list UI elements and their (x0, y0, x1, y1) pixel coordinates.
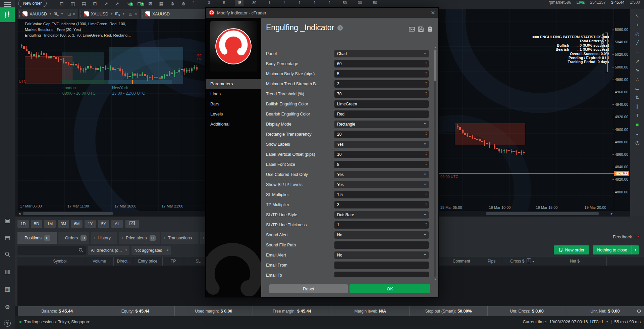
dialog-section-parameters[interactable]: Parameters (206, 79, 261, 89)
timeframe-button-10[interactable]: 50 (340, 0, 349, 6)
param-sl-tp-line-style-dropdown[interactable]: DotsRare▼ (334, 211, 429, 219)
tab-grip-icon[interactable] (19, 11, 20, 17)
timeframe-button-2[interactable]: 5 (220, 0, 228, 6)
latency-indicator[interactable]: 55 ms / 90 ms (614, 316, 641, 328)
column-header-volume[interactable]: Volume (85, 257, 114, 266)
chart-tab-2[interactable]: XAUUSD▼m5▼◳× (79, 9, 140, 19)
spinner-icon[interactable]: ▲▼ (425, 132, 427, 136)
save-icon[interactable] (418, 27, 424, 32)
gross-filter-badge[interactable]: 1 (527, 258, 531, 263)
sidebar-item-charts[interactable] (0, 7, 15, 22)
param-minimum-body-size-pips-input[interactable]: 5▲▼ (334, 70, 429, 78)
dialog-section-lines[interactable]: Lines (206, 89, 261, 99)
scroll-up-icon[interactable]: ▲ (434, 46, 437, 48)
param-sound-alert-dropdown[interactable]: No▼ (334, 231, 429, 239)
timeframe-button-0[interactable]: 1 (190, 0, 198, 6)
channel-tool-icon[interactable]: ∥ (633, 102, 642, 110)
ray-tool-icon[interactable]: ↗ (633, 57, 642, 65)
param-trend-threshold-input[interactable]: 70▲▼ (334, 90, 429, 98)
chart-tab-1[interactable]: XAUUSD▼m1▼◳× (18, 9, 78, 19)
column-header-comment[interactable]: Comment (442, 257, 481, 266)
view-icon[interactable]: ⊚ (168, 0, 176, 8)
link-icon[interactable]: ⊠ (146, 0, 154, 8)
period-button-3m[interactable]: 3M (58, 220, 69, 228)
reset-button[interactable]: Reset (269, 284, 348, 293)
help-icon[interactable]: ? (0, 318, 15, 329)
info-icon[interactable]: i (337, 25, 343, 31)
tab-grip-icon[interactable] (80, 11, 82, 17)
chevron-down-icon[interactable]: ▼ (49, 12, 52, 15)
direction-filter-dropdown[interactable]: All directions (d...▼ (88, 246, 129, 255)
chart-right-xauusd[interactable]: 09:00 UTC === ENGULFING PATTERN STATISTI… (439, 9, 614, 211)
ok-button[interactable]: OK (350, 284, 430, 293)
dialog-section-additional[interactable]: Additional (206, 119, 261, 129)
spinner-icon[interactable]: ▲▼ (425, 152, 427, 156)
param-email-to-input[interactable] (334, 272, 429, 277)
param-body-percentage-input[interactable]: 60▲▼ (334, 60, 429, 67)
settings-gear-icon[interactable]: ⚙ (0, 301, 15, 313)
spinner-icon[interactable]: ▲▼ (425, 91, 427, 95)
param-sound-file-path-input[interactable] (334, 241, 429, 249)
find-symbol-icon[interactable] (0, 248, 15, 260)
chevron-down-icon[interactable]: ▼ (122, 12, 125, 15)
period-button-5y[interactable]: 5Y (98, 220, 109, 228)
chevron-down-icon[interactable]: ▼ (110, 12, 113, 15)
timeframe-button-3[interactable]: 15 (235, 0, 244, 6)
dialog-section-levels[interactable]: Levels (206, 109, 261, 119)
chevron-down-icon[interactable]: ▼ (532, 260, 535, 263)
chart-settings-icon[interactable]: ⊛ (179, 0, 187, 8)
alerts-icon[interactable]: ⊟7 (135, 0, 143, 8)
tab-grip-icon[interactable] (142, 11, 143, 17)
column-header-net[interactable]: Net $ (543, 257, 607, 266)
timeframe-button-11[interactable]: 30 (356, 0, 364, 6)
spinner-icon[interactable]: ▲▼ (425, 222, 427, 226)
timeframe-button-8[interactable]: 1 (310, 0, 319, 6)
workspace-icon[interactable]: ⊡ (58, 0, 66, 8)
param-bullish-engulfing-color-input[interactable]: LimeGreen (334, 100, 429, 108)
column-header-pips[interactable]: Pips (481, 257, 502, 266)
period-button-1y[interactable]: 1Y (85, 220, 96, 228)
param-show-labels-dropdown[interactable]: Yes▼ (334, 141, 429, 148)
aggregation-filter-dropdown[interactable]: Not aggregated▼ (131, 246, 171, 255)
market-watch-icon[interactable]: ▥ (0, 266, 15, 277)
close-positions-button[interactable]: Nothing to close ▼ (593, 245, 639, 254)
dialog-title-bar[interactable]: Modify indicator - cTrader ✕ (206, 8, 438, 18)
layout-grid-icon[interactable]: ◫ (69, 0, 77, 8)
period-button-5d[interactable]: 5D (31, 220, 42, 228)
feedback-button[interactable]: Feedback (613, 234, 640, 239)
new-order-button[interactable]: New order (18, 0, 47, 7)
spinner-icon[interactable]: ▲▼ (425, 71, 427, 75)
tab-positions[interactable]: Positions0 (17, 232, 57, 244)
timeframe-button-6[interactable]: 4 (280, 0, 289, 6)
param-label-vertical-offset-pips-input[interactable]: 10▲▼ (334, 151, 429, 158)
column-header-symbol[interactable]: Symbol (35, 257, 85, 266)
period-button-1d[interactable]: 1D (17, 220, 29, 228)
param-bearish-engulfing-color-input[interactable]: Red (334, 110, 429, 118)
delete-icon[interactable] (428, 27, 432, 32)
scroll-down-icon[interactable]: ▼ (434, 278, 437, 281)
param-email-alert-dropdown[interactable]: No▼ (334, 251, 429, 259)
gear-icon[interactable]: ⚙ (637, 306, 641, 316)
brush-tool-icon[interactable]: ∿ (633, 66, 642, 74)
timeframe-button-1[interactable]: 3 (205, 0, 213, 6)
chart-tab-3[interactable]: XAUUSD (141, 9, 205, 19)
chart-left-hscrollbar[interactable]: ◀ (17, 211, 205, 217)
tab-transactions[interactable]: Transactions (161, 232, 199, 244)
windows-icon[interactable]: ▣ (0, 215, 15, 226)
scroll-left-arrow-icon[interactable]: ◀ (18, 211, 20, 216)
share-icon[interactable]: ↗ (102, 0, 110, 8)
forward-icon[interactable]: ↗ (113, 0, 121, 8)
column-header-tp[interactable]: TP (163, 257, 184, 266)
arrows-tool-icon[interactable]: ⇅ (633, 93, 642, 101)
tab-orders[interactable]: Orders0 (58, 232, 89, 244)
chevron-down-icon[interactable]: ▼ (632, 245, 639, 254)
param-use-colored-text-only-dropdown[interactable]: Yes▼ (334, 171, 429, 178)
param-sl-multiplier-input[interactable]: 1.5▲▼ (334, 191, 429, 198)
close-icon[interactable]: × (134, 11, 137, 16)
tab-history[interactable]: History (91, 232, 117, 244)
param-panel-dropdown[interactable]: Chart▼ (334, 50, 429, 57)
pointer-tool-icon[interactable]: ↖ (633, 12, 642, 20)
param-minimum-trend-strength-b-input[interactable]: 3▲▼ (334, 80, 429, 88)
period-button-6m[interactable]: 6M (71, 220, 83, 228)
timeframe-button-9[interactable]: 1 (325, 0, 334, 6)
